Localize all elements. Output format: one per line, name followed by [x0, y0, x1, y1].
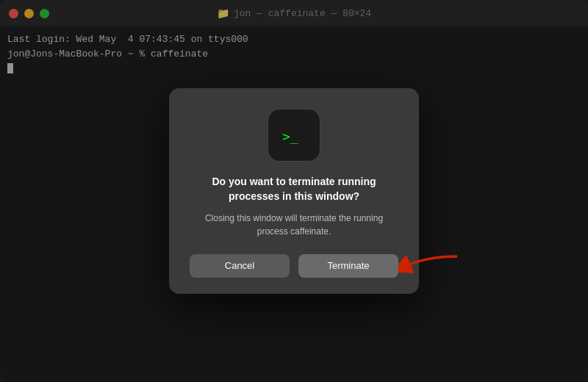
terminate-dialog: >_ Do you want to terminate running proc… [169, 88, 419, 293]
dialog-title: Do you want to terminate running process… [190, 175, 398, 203]
cancel-button[interactable]: Cancel [190, 254, 290, 278]
dialog-app-icon: >_ [268, 109, 320, 162]
arrow-annotation [398, 248, 465, 284]
terminal-window: 📁 jon — caffeinate — 80×24 Last login: W… [0, 0, 588, 382]
arrow-svg [398, 248, 465, 284]
dialog-message: Closing this window will terminate the r… [190, 212, 398, 238]
dialog-buttons: Cancel Terminate [190, 254, 398, 278]
terminal-prompt-text: >_ [282, 129, 298, 144]
modal-overlay: >_ Do you want to terminate running proc… [0, 0, 588, 382]
terminate-button[interactable]: Terminate [298, 254, 398, 278]
terminal-icon-svg: >_ [278, 119, 310, 151]
